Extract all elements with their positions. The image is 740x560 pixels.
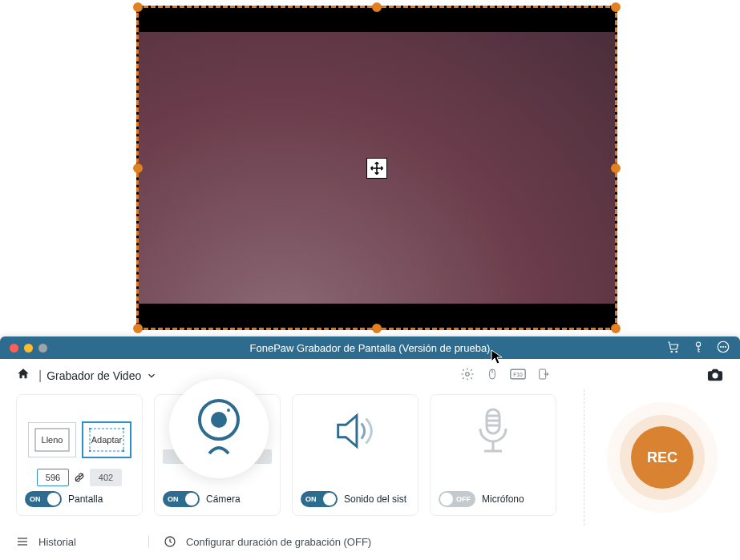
gear-icon[interactable] [460, 367, 475, 385]
resize-handle[interactable] [372, 324, 382, 333]
resize-handle[interactable] [611, 324, 621, 333]
breadcrumb[interactable]: Grabador de Video [47, 369, 157, 382]
height-display[interactable]: 402 [90, 469, 122, 486]
cart-icon[interactable] [666, 340, 681, 357]
svg-rect-15 [90, 429, 123, 451]
hotkey-icon[interactable]: F10 [510, 368, 526, 384]
screen-label: Pantalla [68, 494, 103, 505]
record-button-label: REC [647, 449, 677, 466]
svg-rect-16 [89, 428, 91, 429]
svg-rect-14 [35, 429, 69, 451]
key-icon[interactable] [692, 340, 705, 357]
svg-point-2 [696, 342, 700, 346]
duration-config-link[interactable]: Configurar duración de grabación (OFF) [186, 536, 371, 548]
maximize-window-button[interactable] [38, 344, 47, 353]
chevron-down-icon [146, 370, 157, 381]
toggle-off-text: OFF [456, 495, 471, 503]
toggle-on-text: ON [30, 495, 41, 503]
svg-point-0 [671, 351, 673, 353]
divider: | [38, 369, 42, 383]
link-dimensions-icon[interactable] [74, 472, 85, 483]
minimize-window-button[interactable] [24, 344, 33, 353]
titlebar: FonePaw Grabador de Pantalla (Versión de… [0, 336, 740, 359]
resize-handle[interactable] [133, 2, 143, 12]
width-input[interactable] [37, 469, 69, 486]
rec-side: REC [584, 389, 740, 526]
svg-point-22 [211, 412, 227, 428]
history-link[interactable]: Historial [38, 536, 76, 548]
breadcrumb-label: Grabador de Video [47, 369, 141, 382]
camera-label: Cámera [206, 494, 241, 505]
svg-rect-18 [89, 450, 91, 452]
svg-rect-19 [123, 450, 124, 452]
microphone-label: Micrófono [482, 494, 524, 505]
svg-rect-17 [123, 428, 124, 429]
clock-icon[interactable] [164, 535, 176, 548]
adapt-size-button[interactable]: Adaptar [83, 422, 131, 457]
close-window-button[interactable] [10, 344, 18, 353]
camera-panel: ON Cámera [154, 394, 281, 516]
screen-toggle[interactable]: ON [25, 491, 62, 507]
microphone-icon[interactable] [473, 406, 513, 464]
resize-handle[interactable] [133, 324, 143, 333]
capture-region[interactable] [136, 6, 617, 330]
speaker-icon[interactable] [330, 406, 380, 459]
svg-point-4 [721, 346, 722, 347]
svg-point-1 [676, 351, 677, 353]
history-icon[interactable] [16, 536, 29, 547]
export-icon[interactable] [537, 367, 550, 385]
camera-toggle[interactable]: ON [163, 491, 200, 507]
toggle-on-text: ON [305, 495, 317, 503]
chat-icon[interactable] [716, 340, 730, 357]
svg-point-23 [227, 409, 230, 412]
record-button[interactable]: REC [631, 426, 693, 489]
microphone-toggle[interactable]: OFF [439, 491, 475, 507]
resize-handle[interactable] [133, 163, 143, 173]
screen-panel: Lleno Adaptar 402 ON Pantalla [16, 394, 143, 516]
svg-point-7 [466, 372, 470, 376]
svg-point-5 [723, 346, 724, 347]
home-icon[interactable] [16, 367, 30, 385]
system-sound-label: Sonido del sist [344, 494, 406, 505]
divider [148, 535, 149, 548]
toggle-on-text: ON [168, 495, 179, 503]
window-title: FonePaw Grabador de Pantalla (Versión de… [0, 342, 740, 354]
snapshot-icon[interactable] [706, 366, 724, 385]
microphone-panel: OFF Micrófono [430, 394, 556, 516]
webcam-icon[interactable] [169, 379, 269, 478]
app-window: FonePaw Grabador de Pantalla (Versión de… [0, 336, 740, 560]
mouse-icon[interactable] [486, 367, 499, 385]
svg-point-13 [712, 373, 718, 378]
system-sound-panel: ON Sonido del sist [292, 394, 419, 516]
resize-handle[interactable] [611, 2, 621, 12]
svg-point-6 [726, 346, 726, 347]
svg-text:F10: F10 [513, 372, 523, 377]
move-icon[interactable] [366, 158, 387, 179]
resize-handle[interactable] [372, 2, 382, 12]
system-sound-toggle[interactable]: ON [301, 491, 338, 507]
resize-handle[interactable] [611, 163, 621, 173]
full-size-button[interactable]: Lleno [28, 422, 76, 457]
